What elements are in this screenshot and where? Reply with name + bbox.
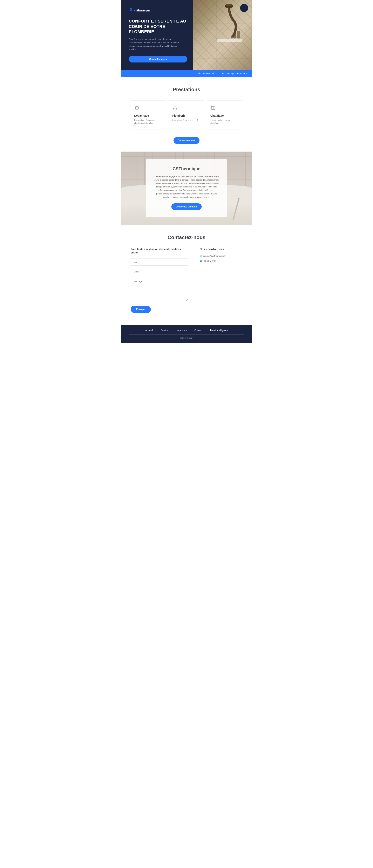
email-bar-item: ✉ contact@csthermique.fr bbox=[222, 72, 247, 75]
plomberie-name: Plomberie bbox=[172, 114, 201, 117]
email-bar-icon: ✉ bbox=[222, 72, 224, 75]
svg-point-9 bbox=[137, 106, 139, 108]
svg-point-8 bbox=[136, 106, 137, 108]
footer-copyright: bforweb © 2024 bbox=[129, 337, 245, 339]
email-bar-address: contact@csthermique.fr bbox=[225, 72, 247, 75]
contact-email-item: ✉ contact@csthermique.fr bbox=[200, 255, 242, 257]
prestations-cta-button[interactable]: Contactez-nous bbox=[173, 137, 200, 144]
contact-title: Contactez-nous bbox=[131, 235, 242, 241]
menu-icon-line2 bbox=[242, 8, 246, 8]
logo-text: csthermique bbox=[134, 9, 150, 12]
phone-info-icon: ☎ bbox=[200, 260, 203, 262]
service-card-depannage: Dépannage Intervention dépannage plomber… bbox=[131, 100, 166, 129]
email-info-icon: ✉ bbox=[200, 255, 202, 257]
logo: csthermique bbox=[129, 8, 187, 13]
svg-rect-12 bbox=[173, 108, 174, 110]
services-grid: Dépannage Intervention dépannage plomber… bbox=[127, 100, 246, 129]
svg-rect-13 bbox=[176, 108, 177, 110]
svg-point-1 bbox=[131, 8, 131, 9]
prestations-section: Prestations Dépannage Intervention dépan… bbox=[121, 77, 252, 152]
chauffage-icon bbox=[210, 105, 239, 112]
footer-nav-apropos[interactable]: À propos bbox=[177, 329, 187, 332]
svg-point-10 bbox=[136, 108, 137, 110]
name-input[interactable] bbox=[131, 258, 188, 266]
contact-form-label: Pour toute question ou demande de devis … bbox=[131, 247, 188, 254]
plomberie-desc: Installation rénovation et neuf. bbox=[172, 119, 201, 122]
contact-form-column: Pour toute question ou demande de devis … bbox=[131, 247, 188, 313]
message-input[interactable] bbox=[131, 278, 188, 301]
footer-nav-accueil[interactable]: Accueil bbox=[145, 329, 153, 332]
svg-point-11 bbox=[137, 108, 139, 110]
contact-info-column: Nos coordonnées ✉ contact@csthermique.fr… bbox=[200, 247, 242, 313]
contact-coords-title: Nos coordonnées bbox=[200, 247, 242, 251]
service-card-plomberie: Plomberie Installation rénovation et neu… bbox=[169, 100, 204, 129]
about-text: CSThermique s'engage à offrir des servic… bbox=[153, 175, 220, 199]
depannage-icon bbox=[134, 105, 163, 112]
depannage-name: Dépannage bbox=[134, 114, 163, 117]
hero-title: CONFORT ET SÉRÉNITÉ AU CŒUR DE VOTRE PLO… bbox=[129, 19, 187, 35]
prestations-cta-wrap: Contactez-nous bbox=[127, 137, 246, 144]
hero-section: csthermique CONFORT ET SÉRÉNITÉ AU CŒUR … bbox=[121, 0, 252, 77]
hero-cta-button[interactable]: Contactez-nous bbox=[129, 56, 187, 62]
menu-icon-line3 bbox=[242, 9, 246, 9]
prestations-title: Prestations bbox=[127, 87, 246, 93]
phone-bar-icon: ☎ bbox=[198, 72, 201, 75]
contact-phone-item: ☎ 0664574243 bbox=[200, 260, 242, 262]
about-card: CSThermique CSThermique s'engage à offri… bbox=[146, 159, 227, 217]
phone-bar-item: ☎ 0664574243 bbox=[198, 72, 214, 75]
hero-subtitle: Face à vos urgences ou projets de plombe… bbox=[129, 38, 183, 51]
contact-phone-text: 0664574243 bbox=[204, 260, 216, 262]
about-section: CSThermique CSThermique s'engage à offri… bbox=[121, 152, 252, 225]
chauffage-desc: Installation tout type de chauffage. bbox=[210, 119, 239, 125]
menu-button[interactable] bbox=[240, 4, 248, 12]
footer-nav: Accueil Services À propos Contact Mentio… bbox=[129, 329, 245, 335]
depannage-desc: Intervention dépannage plomberie et chau… bbox=[134, 119, 163, 125]
email-input[interactable] bbox=[131, 268, 188, 275]
footer-nav-mentions[interactable]: Mentions légales bbox=[210, 329, 228, 332]
about-cta-button[interactable]: Demandez un devis bbox=[171, 204, 202, 210]
contact-email-text: contact@csthermique.fr bbox=[203, 255, 226, 257]
contact-section: Contactez-nous Pour toute question ou de… bbox=[121, 225, 252, 324]
hero-left: csthermique CONFORT ET SÉRÉNITÉ AU CŒUR … bbox=[121, 0, 193, 70]
plomberie-icon bbox=[172, 105, 201, 112]
footer-nav-contact[interactable]: Contact bbox=[195, 329, 202, 332]
chauffage-name: Chauffage bbox=[210, 114, 239, 117]
phone-bar-number: 0664574243 bbox=[202, 72, 214, 75]
footer-nav-services[interactable]: Services bbox=[161, 329, 170, 332]
about-title: CSThermique bbox=[153, 166, 220, 172]
service-card-chauffage: Chauffage Installation tout type de chau… bbox=[207, 100, 242, 129]
contact-grid: Pour toute question ou demande de devis … bbox=[131, 247, 242, 313]
menu-icon-line1 bbox=[242, 7, 246, 7]
submit-button[interactable]: Envoyer bbox=[131, 306, 151, 313]
logo-icon bbox=[129, 8, 133, 13]
contact-bar: ☎ 0664574243 ✉ contact@csthermique.fr bbox=[121, 70, 252, 77]
footer: Accueil Services À propos Contact Mentio… bbox=[121, 324, 252, 343]
